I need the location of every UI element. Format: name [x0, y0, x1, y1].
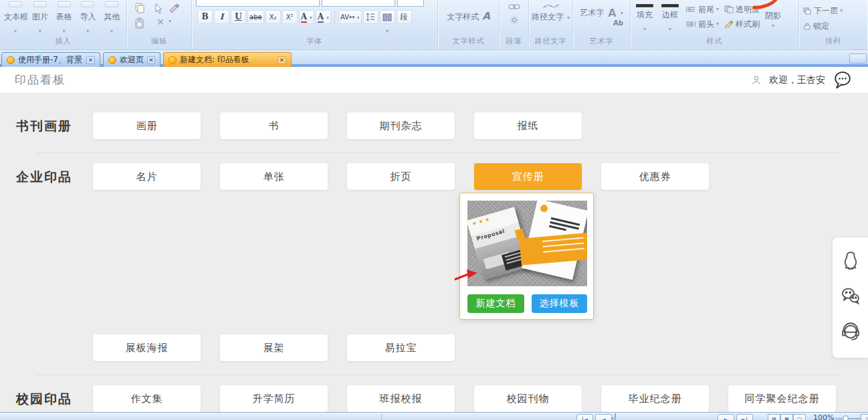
insert-table-button[interactable]: 表格 ▾	[53, 0, 75, 35]
char-spacing-button[interactable]: AV↔ ▾	[338, 10, 362, 24]
font-color-button[interactable]: A ▾	[299, 10, 314, 24]
shadow-button[interactable]: 阴影	[765, 9, 781, 22]
arrow-head-button[interactable]: 箭头 ▾	[685, 17, 719, 31]
choose-template-button[interactable]: 选择模板	[532, 294, 587, 313]
next-layer-button[interactable]: 下一层 ▾	[803, 4, 867, 17]
lock-button[interactable]: 锁定	[803, 19, 867, 33]
select-cursor-icon[interactable]	[154, 3, 163, 14]
bold-button[interactable]: B	[197, 10, 213, 24]
insert-picture-button[interactable]: 图片 ▾	[29, 0, 51, 35]
user-icon	[750, 74, 762, 86]
highlight-color-button[interactable]: A ▾	[316, 10, 331, 24]
border-button[interactable]: 边框 ▾	[660, 3, 680, 35]
style-brush-button[interactable]: 样式刷	[724, 17, 760, 31]
statusbar-page-icon[interactable]: ▯	[861, 414, 868, 420]
chevron-down-icon: ▾	[14, 29, 17, 34]
product-button-flyer[interactable]: 单张	[220, 163, 328, 190]
link-icon[interactable]	[508, 3, 520, 10]
transparency-button[interactable]: 透明度	[724, 3, 760, 16]
product-button-display-poster[interactable]: 展板海报	[93, 334, 201, 361]
last-page-button[interactable]: ►|	[736, 414, 753, 420]
superscript-button[interactable]: X²	[282, 10, 298, 24]
paragraph-dialog-button[interactable]: 段	[397, 10, 412, 24]
path-text-button[interactable]: 路径文字 ▾	[529, 0, 572, 23]
feedback-bubble-icon[interactable]	[832, 71, 853, 90]
wordart-button[interactable]: 艺术字 A ▾	[573, 0, 630, 19]
arrow-tail-button[interactable]: 箭尾 ▾	[685, 3, 719, 16]
chevron-down-icon: ▾	[169, 19, 171, 24]
bold-label: B	[201, 12, 208, 21]
close-icon[interactable]: ✕	[86, 56, 95, 64]
font-size-combobox[interactable]	[322, 0, 395, 7]
product-button-campus-publication[interactable]: 校园刊物	[474, 385, 582, 412]
format-painter-icon[interactable]: ▾	[169, 3, 182, 25]
welcome-text: 欢迎，王杏安	[769, 74, 825, 86]
next-page-button[interactable]: ►	[718, 414, 734, 420]
product-button-book[interactable]: 书	[220, 112, 328, 139]
text-style-button[interactable]: 文字样式 A	[438, 0, 499, 23]
product-button-magazine[interactable]: 期刊杂志	[347, 112, 455, 139]
insert-import-button[interactable]: 导入 ▾	[78, 0, 99, 35]
insert-textbox-button[interactable]: 文本框 ▾	[4, 0, 27, 35]
category-corporate-print: 企业印品	[16, 169, 72, 186]
zoom-slider-knob[interactable]	[843, 415, 849, 420]
insert-other-button[interactable]: 其他 ▾	[101, 0, 122, 35]
product-button-brochure[interactable]: 宣传册	[474, 163, 582, 190]
strike-label: abe	[249, 13, 262, 21]
product-button-reunion-album[interactable]: 同学聚会纪念册	[728, 385, 836, 412]
view-mode-normal-button[interactable]: ▤	[768, 414, 780, 420]
customer-service-headset-icon[interactable]	[839, 320, 862, 346]
next-layer-icon	[803, 7, 812, 15]
product-button-folded-leaflet[interactable]: 折页	[347, 163, 455, 190]
subscript-button[interactable]: X₂	[265, 10, 281, 24]
new-document-button[interactable]: 新建文档	[467, 294, 524, 313]
anchor-burst-icon[interactable]	[510, 15, 519, 25]
product-button-graduation-album[interactable]: 毕业纪念册	[601, 385, 709, 412]
product-button-business-card[interactable]: 名片	[93, 163, 201, 190]
close-icon[interactable]: ✕	[278, 56, 286, 64]
product-button-school-resume[interactable]: 升学简历	[220, 385, 328, 412]
path-text-group-label: 路径文字	[529, 36, 572, 46]
columns-button[interactable]: ▾	[380, 10, 395, 24]
product-button-class-newspaper[interactable]: 班报校报	[347, 385, 455, 412]
product-button-essay-collection[interactable]: 作文集	[93, 385, 201, 412]
first-page-button[interactable]: |◄	[576, 414, 593, 420]
font-extra-box[interactable]	[397, 0, 424, 7]
insert-other-label: 其他	[104, 12, 120, 21]
page-header: 印品看板 欢迎，王杏安	[0, 67, 868, 94]
insert-table-label: 表格	[56, 12, 72, 21]
qq-contact-icon[interactable]	[839, 249, 862, 275]
underline-label: U	[235, 12, 241, 21]
product-button-album[interactable]: 画册	[93, 112, 201, 139]
strikethrough-button[interactable]: abe	[247, 10, 264, 24]
product-button-display-stand[interactable]: 展架	[220, 334, 328, 361]
ribbon-group-arrange: 下一层 ▾ 锁定 排列	[799, 0, 867, 49]
view-mode-layout-button[interactable]: ▦	[780, 414, 793, 420]
product-button-coupon[interactable]: 优惠券	[601, 163, 709, 190]
tab-scroll-button[interactable]	[849, 54, 867, 64]
tab-welcome-page[interactable]: 欢迎页 ✕	[103, 52, 160, 67]
category-books-albums: 书刊画册	[16, 118, 72, 135]
tab-manual-background[interactable]: 使用手册-7、背景 ✕	[1, 52, 100, 67]
page-select-dropdown[interactable]: ▾	[615, 413, 616, 420]
fill-swatch	[636, 4, 653, 7]
path-text-icon	[542, 3, 560, 9]
close-icon[interactable]: ✕	[147, 56, 155, 64]
paragraph-mark-label: 段	[401, 13, 408, 21]
tab-label: 使用手册-7、背景	[18, 54, 83, 66]
copy-icon[interactable]	[134, 2, 146, 14]
font-name-combobox[interactable]	[196, 0, 320, 7]
delete-icon[interactable]: ✕	[156, 17, 165, 27]
underline-button[interactable]: U	[231, 10, 246, 24]
italic-button[interactable]: I	[214, 10, 229, 24]
product-button-newspaper[interactable]: 报纸	[474, 112, 582, 139]
tab-new-document-print-board[interactable]: 新建文档: 印品看板 ✕	[163, 52, 292, 67]
wordart-ab-icon[interactable]: Ab	[573, 19, 630, 27]
previous-page-button[interactable]: ◄	[595, 414, 612, 420]
fill-button[interactable]: 填充 ▾	[635, 3, 655, 35]
product-button-roll-up-banner[interactable]: 易拉宝	[347, 334, 455, 361]
line-spacing-button[interactable]	[363, 10, 378, 24]
wechat-contact-icon[interactable]	[839, 285, 862, 310]
view-mode-preview-button[interactable]: ▢	[793, 414, 806, 420]
paste-icon[interactable]	[134, 17, 146, 29]
